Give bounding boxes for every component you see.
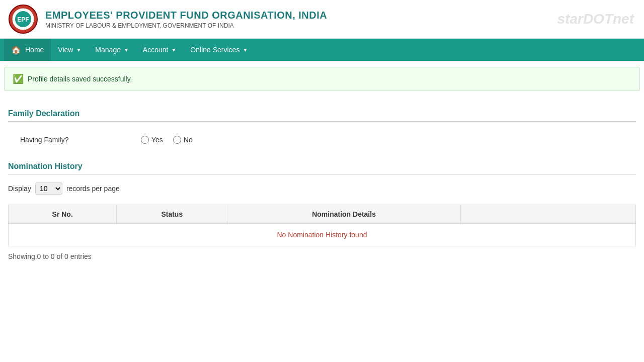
col-extra xyxy=(460,205,635,224)
success-message: Profile details saved successfully. xyxy=(28,75,132,83)
success-check-icon: ✅ xyxy=(13,73,24,84)
col-status: Status xyxy=(117,205,227,224)
main-content: Family Declaration Having Family? Yes No… xyxy=(0,97,644,264)
home-icon: 🏠 xyxy=(11,45,21,55)
nomination-history-title: Nomination History xyxy=(8,162,636,171)
nav-view[interactable]: View ▼ xyxy=(51,39,88,61)
table-body: No Nomination History found xyxy=(9,224,636,246)
account-chevron-icon: ▼ xyxy=(171,47,176,53)
nomination-divider xyxy=(8,174,636,174)
nav-account-label: Account xyxy=(143,46,169,54)
having-family-radio-group: Yes No xyxy=(141,136,193,144)
yes-label: Yes xyxy=(151,136,163,144)
success-banner: ✅ Profile details saved successfully. xyxy=(4,67,640,91)
nav-manage-label: Manage xyxy=(95,46,121,54)
nav-view-label: View xyxy=(58,46,73,54)
org-name: EMPLOYEES' PROVIDENT FUND ORGANISATION, … xyxy=(45,10,636,21)
no-label: No xyxy=(184,136,193,144)
table-row-empty: No Nomination History found xyxy=(9,224,636,246)
yes-radio-option[interactable]: Yes xyxy=(141,136,163,144)
no-radio-option[interactable]: No xyxy=(173,136,193,144)
view-chevron-icon: ▼ xyxy=(76,47,81,53)
nav-online-services[interactable]: Online Services ▼ xyxy=(183,39,255,61)
family-declaration-section: Family Declaration Having Family? Yes No xyxy=(8,109,636,150)
nomination-table-wrapper: Sr No. Status Nomination Details No Nomi… xyxy=(8,205,636,246)
nav-manage[interactable]: Manage ▼ xyxy=(88,39,136,61)
nomination-history-section: Nomination History Display 10 25 50 100 … xyxy=(8,162,636,260)
online-services-chevron-icon: ▼ xyxy=(243,47,248,53)
yes-radio-input[interactable] xyxy=(141,136,149,144)
table-header: Sr No. Status Nomination Details xyxy=(9,205,636,224)
col-nomination-details: Nomination Details xyxy=(227,205,461,224)
having-family-label: Having Family? xyxy=(20,136,121,144)
entries-text: Showing 0 to 0 of 0 entries xyxy=(8,252,636,260)
org-logo: EPF xyxy=(8,4,38,34)
nav-home[interactable]: 🏠 Home xyxy=(4,39,51,61)
manage-chevron-icon: ▼ xyxy=(124,47,129,53)
records-per-page-select[interactable]: 10 25 50 100 xyxy=(35,183,62,195)
table-header-row: Sr No. Status Nomination Details xyxy=(9,205,636,224)
having-family-row: Having Family? Yes No xyxy=(8,130,636,150)
no-data-cell: No Nomination History found xyxy=(9,224,636,246)
records-per-page-label: records per page xyxy=(66,185,120,193)
nav-home-label: Home xyxy=(25,46,44,54)
svg-text:EPF: EPF xyxy=(17,16,29,23)
nomination-table: Sr No. Status Nomination Details No Nomi… xyxy=(8,205,636,246)
display-label: Display xyxy=(8,185,31,193)
nav-account[interactable]: Account ▼ xyxy=(136,39,184,61)
main-navbar: 🏠 Home View ▼ Manage ▼ Account ▼ Online … xyxy=(0,39,644,61)
header-text-group: EMPLOYEES' PROVIDENT FUND ORGANISATION, … xyxy=(45,10,636,29)
page-header: EPF EMPLOYEES' PROVIDENT FUND ORGANISATI… xyxy=(0,0,644,39)
family-declaration-title: Family Declaration xyxy=(8,109,636,118)
family-divider xyxy=(8,121,636,122)
no-radio-input[interactable] xyxy=(173,136,181,144)
nav-online-services-label: Online Services xyxy=(190,46,239,54)
ministry-name: MINISTRY OF LABOUR & EMPLOYMENT, GOVERNM… xyxy=(45,22,636,29)
col-sr-no: Sr No. xyxy=(9,205,117,224)
display-row: Display 10 25 50 100 records per page xyxy=(8,183,636,195)
